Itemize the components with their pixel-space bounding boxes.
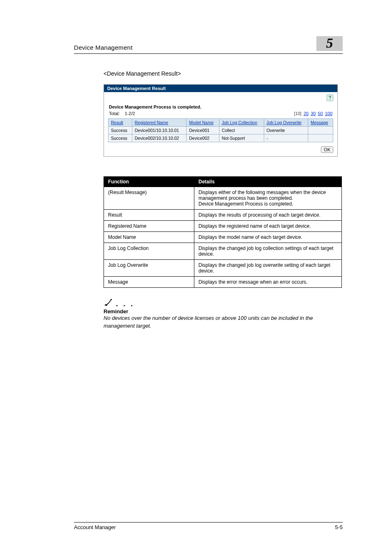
col-model-name[interactable]: Model Name (187, 119, 219, 127)
table-header-row: Result Registered Name Model Name Job Lo… (108, 119, 333, 127)
func-name: Result (104, 210, 194, 221)
func-detail: Displays the error message when an error… (194, 277, 342, 288)
note-dots: . . . (116, 300, 134, 308)
table-row: Result Displays the results of processin… (104, 210, 342, 221)
table-row: Model Name Displays the model name of ea… (104, 232, 342, 243)
cell-overwrite: - (264, 134, 308, 142)
col-job-log-collection[interactable]: Job Log Collection (219, 119, 264, 127)
func-detail: Displays the changed job log collection … (194, 243, 342, 260)
func-name: (Result Message) (104, 187, 194, 210)
col-message[interactable]: Message (308, 119, 333, 127)
function-details-table: Function Details (Result Message) Displa… (104, 176, 342, 288)
func-detail: Displays the changed job log overwrite s… (194, 260, 342, 277)
func-header-details: Details (194, 177, 342, 187)
pager-20[interactable]: 20 (304, 111, 309, 116)
cell-registered-name: Device002/10.10.10.02 (132, 134, 187, 142)
panel-titlebar: Device Management Result (104, 85, 337, 92)
note-icon (104, 297, 114, 308)
note-heading: Reminder (104, 308, 343, 314)
cell-overwrite: Overwrite (264, 127, 308, 134)
help-icon[interactable]: ? (327, 95, 333, 101)
pager: [10] 20 30 50 100 (293, 111, 332, 116)
cell-registered-name: Device001/10.10.10.01 (132, 127, 187, 134)
func-detail: Displays the results of processing of ea… (194, 210, 342, 221)
table-row: Job Log Overwrite Displays the changed j… (104, 260, 342, 277)
func-name: Job Log Overwrite (104, 260, 194, 277)
table-row: Success Device001/10.10.10.01 Device001 … (108, 127, 333, 134)
footer-page-number: 5-5 (335, 524, 343, 530)
cell-result: Success (108, 127, 132, 134)
cell-message (308, 127, 333, 134)
cell-model-name: Device001 (187, 127, 219, 134)
footer-left: Account Manager (74, 524, 116, 530)
func-detail: Displays either of the following message… (194, 187, 342, 210)
cell-collection: Collect (219, 127, 264, 134)
header-rule (74, 53, 343, 54)
col-result[interactable]: Result (108, 119, 132, 127)
status-message: Device Management Process is completed. (109, 104, 201, 109)
page-section-title: Device Management (74, 44, 133, 51)
total-label: Total: (109, 111, 120, 116)
cell-result: Success (108, 134, 132, 142)
func-name: Job Log Collection (104, 243, 194, 260)
device-management-result-panel: Device Management Result ? Device Manage… (104, 84, 338, 157)
func-detail: Displays the registered name of each tar… (194, 221, 342, 232)
table-row: Job Log Collection Displays the changed … (104, 243, 342, 260)
total-value: 1-2/2 (125, 111, 135, 116)
cell-model-name: Device002 (187, 134, 219, 142)
col-registered-name[interactable]: Registered Name (132, 119, 187, 127)
func-detail: Displays the model name of each target d… (194, 232, 342, 243)
subheading: <Device Management Result> (104, 70, 343, 77)
pager-50[interactable]: 50 (318, 111, 323, 116)
table-row: Message Displays the error message when … (104, 277, 342, 288)
footer-rule (74, 522, 343, 523)
cell-collection: Not-Support (219, 134, 264, 142)
chapter-number: 5 (326, 36, 333, 50)
pager-100[interactable]: 100 (325, 111, 332, 116)
pager-30[interactable]: 30 (311, 111, 316, 116)
chapter-number-badge: 5 (316, 36, 343, 51)
func-header-function: Function (104, 177, 194, 187)
table-row: Success Device002/10.10.10.02 Device002 … (108, 134, 333, 142)
ok-button[interactable]: OK (321, 146, 333, 153)
result-table: Result Registered Name Model Name Job Lo… (108, 118, 333, 142)
pager-10[interactable]: [10] (294, 111, 301, 116)
table-row: Registered Name Displays the registered … (104, 221, 342, 232)
cell-message (308, 134, 333, 142)
note-body: No devices over the number of device lic… (104, 314, 334, 330)
func-name: Registered Name (104, 221, 194, 232)
func-name: Model Name (104, 232, 194, 243)
func-name: Message (104, 277, 194, 288)
col-job-log-overwrite[interactable]: Job Log Overwrite (264, 119, 308, 127)
table-row: (Result Message) Displays either of the … (104, 187, 342, 210)
